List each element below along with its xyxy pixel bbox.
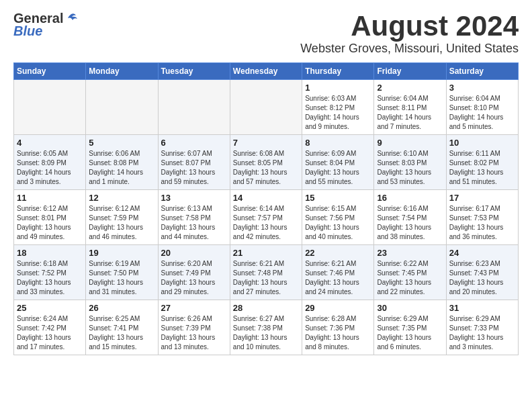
day-info: Sunrise: 6:13 AM Sunset: 7:58 PM Dayligh… — [161, 204, 227, 242]
weekday-header-cell: Saturday — [446, 63, 518, 80]
month-title: August 2024 — [300, 11, 519, 42]
day-number: 28 — [233, 303, 299, 313]
day-info: Sunrise: 6:08 AM Sunset: 8:05 PM Dayligh… — [233, 149, 299, 187]
day-info: Sunrise: 6:22 AM Sunset: 7:45 PM Dayligh… — [377, 259, 443, 297]
calendar-day-cell: 24Sunrise: 6:23 AM Sunset: 7:43 PM Dayli… — [446, 245, 518, 300]
calendar-day-cell: 27Sunrise: 6:26 AM Sunset: 7:39 PM Dayli… — [158, 300, 230, 355]
calendar-day-cell: 20Sunrise: 6:20 AM Sunset: 7:49 PM Dayli… — [158, 245, 230, 300]
day-info: Sunrise: 6:21 AM Sunset: 7:48 PM Dayligh… — [233, 259, 299, 297]
calendar-table: SundayMondayTuesdayWednesdayThursdayFrid… — [13, 62, 519, 355]
calendar-day-cell: 31Sunrise: 6:29 AM Sunset: 7:33 PM Dayli… — [446, 300, 518, 355]
day-info: Sunrise: 6:04 AM Sunset: 8:10 PM Dayligh… — [449, 94, 515, 132]
day-number: 2 — [377, 83, 443, 93]
logo-blue: Blue — [13, 24, 42, 39]
calendar-day-cell: 10Sunrise: 6:11 AM Sunset: 8:02 PM Dayli… — [446, 135, 518, 190]
day-info: Sunrise: 6:19 AM Sunset: 7:50 PM Dayligh… — [89, 259, 154, 297]
day-number: 27 — [161, 303, 227, 313]
calendar-day-cell: 7Sunrise: 6:08 AM Sunset: 8:05 PM Daylig… — [230, 135, 302, 190]
day-number: 21 — [233, 248, 299, 258]
calendar-day-cell: 22Sunrise: 6:21 AM Sunset: 7:46 PM Dayli… — [302, 245, 374, 300]
day-number: 10 — [449, 138, 515, 148]
calendar-day-cell: 1Sunrise: 6:03 AM Sunset: 8:12 PM Daylig… — [302, 80, 374, 135]
calendar-day-cell: 11Sunrise: 6:12 AM Sunset: 8:01 PM Dayli… — [14, 190, 86, 245]
day-info: Sunrise: 6:16 AM Sunset: 7:54 PM Dayligh… — [377, 204, 443, 242]
day-number: 30 — [377, 303, 443, 313]
day-number: 25 — [17, 303, 83, 313]
weekday-header-cell: Wednesday — [230, 63, 302, 80]
calendar-day-cell — [14, 80, 86, 135]
day-info: Sunrise: 6:29 AM Sunset: 7:33 PM Dayligh… — [449, 314, 515, 352]
day-info: Sunrise: 6:11 AM Sunset: 8:02 PM Dayligh… — [449, 149, 515, 187]
day-info: Sunrise: 6:03 AM Sunset: 8:12 PM Dayligh… — [305, 94, 371, 132]
day-info: Sunrise: 6:06 AM Sunset: 8:08 PM Dayligh… — [89, 149, 154, 187]
day-info: Sunrise: 6:28 AM Sunset: 7:36 PM Dayligh… — [305, 314, 371, 352]
day-number: 7 — [233, 138, 299, 148]
day-info: Sunrise: 6:04 AM Sunset: 8:11 PM Dayligh… — [377, 94, 443, 132]
weekday-header-cell: Thursday — [302, 63, 374, 80]
calendar-day-cell: 30Sunrise: 6:29 AM Sunset: 7:35 PM Dayli… — [374, 300, 446, 355]
day-number: 23 — [377, 248, 443, 258]
day-info: Sunrise: 6:09 AM Sunset: 8:04 PM Dayligh… — [305, 149, 371, 187]
calendar-body: 1Sunrise: 6:03 AM Sunset: 8:12 PM Daylig… — [14, 80, 519, 355]
day-number: 6 — [161, 138, 227, 148]
calendar-day-cell — [230, 80, 302, 135]
day-info: Sunrise: 6:27 AM Sunset: 7:38 PM Dayligh… — [233, 314, 299, 352]
day-number: 8 — [305, 138, 371, 148]
day-number: 17 — [449, 193, 515, 203]
day-number: 13 — [161, 193, 227, 203]
calendar-day-cell: 19Sunrise: 6:19 AM Sunset: 7:50 PM Dayli… — [86, 245, 158, 300]
calendar-day-cell: 2Sunrise: 6:04 AM Sunset: 8:11 PM Daylig… — [374, 80, 446, 135]
calendar-day-cell: 8Sunrise: 6:09 AM Sunset: 8:04 PM Daylig… — [302, 135, 374, 190]
calendar-day-cell: 15Sunrise: 6:15 AM Sunset: 7:56 PM Dayli… — [302, 190, 374, 245]
calendar-week-row: 25Sunrise: 6:24 AM Sunset: 7:42 PM Dayli… — [14, 300, 519, 355]
day-info: Sunrise: 6:24 AM Sunset: 7:42 PM Dayligh… — [17, 314, 83, 352]
weekday-header-cell: Monday — [86, 63, 158, 80]
day-number: 22 — [305, 248, 371, 258]
calendar-week-row: 18Sunrise: 6:18 AM Sunset: 7:52 PM Dayli… — [14, 245, 519, 300]
day-number: 19 — [89, 248, 154, 258]
day-number: 24 — [449, 248, 515, 258]
day-number: 9 — [377, 138, 443, 148]
calendar-day-cell: 9Sunrise: 6:10 AM Sunset: 8:03 PM Daylig… — [374, 135, 446, 190]
day-info: Sunrise: 6:12 AM Sunset: 8:01 PM Dayligh… — [17, 204, 83, 242]
calendar-day-cell: 3Sunrise: 6:04 AM Sunset: 8:10 PM Daylig… — [446, 80, 518, 135]
calendar-day-cell: 14Sunrise: 6:14 AM Sunset: 7:57 PM Dayli… — [230, 190, 302, 245]
calendar-day-cell: 12Sunrise: 6:12 AM Sunset: 7:59 PM Dayli… — [86, 190, 158, 245]
calendar-day-cell — [86, 80, 158, 135]
day-info: Sunrise: 6:15 AM Sunset: 7:56 PM Dayligh… — [305, 204, 371, 242]
calendar-week-row: 4Sunrise: 6:05 AM Sunset: 8:09 PM Daylig… — [14, 135, 519, 190]
weekday-header-cell: Tuesday — [158, 63, 230, 80]
day-info: Sunrise: 6:14 AM Sunset: 7:57 PM Dayligh… — [233, 204, 299, 242]
day-info: Sunrise: 6:10 AM Sunset: 8:03 PM Dayligh… — [377, 149, 443, 187]
calendar-day-cell: 28Sunrise: 6:27 AM Sunset: 7:38 PM Dayli… — [230, 300, 302, 355]
calendar-day-cell: 13Sunrise: 6:13 AM Sunset: 7:58 PM Dayli… — [158, 190, 230, 245]
day-number: 5 — [89, 138, 154, 148]
day-info: Sunrise: 6:26 AM Sunset: 7:39 PM Dayligh… — [161, 314, 227, 352]
day-number: 1 — [305, 83, 371, 93]
calendar-week-row: 11Sunrise: 6:12 AM Sunset: 8:01 PM Dayli… — [14, 190, 519, 245]
logo-bird-icon — [64, 11, 79, 26]
day-number: 18 — [17, 248, 83, 258]
calendar-day-cell: 21Sunrise: 6:21 AM Sunset: 7:48 PM Dayli… — [230, 245, 302, 300]
calendar-day-cell: 17Sunrise: 6:17 AM Sunset: 7:53 PM Dayli… — [446, 190, 518, 245]
calendar-day-cell: 26Sunrise: 6:25 AM Sunset: 7:41 PM Dayli… — [86, 300, 158, 355]
day-number: 29 — [305, 303, 371, 313]
day-info: Sunrise: 6:17 AM Sunset: 7:53 PM Dayligh… — [449, 204, 515, 242]
logo: General Blue — [13, 11, 79, 39]
day-number: 12 — [89, 193, 154, 203]
day-info: Sunrise: 6:29 AM Sunset: 7:35 PM Dayligh… — [377, 314, 443, 352]
day-info: Sunrise: 6:05 AM Sunset: 8:09 PM Dayligh… — [17, 149, 83, 187]
day-info: Sunrise: 6:20 AM Sunset: 7:49 PM Dayligh… — [161, 259, 227, 297]
day-number: 16 — [377, 193, 443, 203]
day-number: 4 — [17, 138, 83, 148]
day-number: 26 — [89, 303, 154, 313]
day-number: 11 — [17, 193, 83, 203]
day-info: Sunrise: 6:12 AM Sunset: 7:59 PM Dayligh… — [89, 204, 154, 242]
location-title: Webster Groves, Missouri, United States — [300, 42, 519, 56]
title-section: August 2024 Webster Groves, Missouri, Un… — [300, 11, 519, 56]
weekday-header-row: SundayMondayTuesdayWednesdayThursdayFrid… — [14, 63, 519, 80]
calendar-day-cell: 18Sunrise: 6:18 AM Sunset: 7:52 PM Dayli… — [14, 245, 86, 300]
calendar-day-cell: 5Sunrise: 6:06 AM Sunset: 8:08 PM Daylig… — [86, 135, 158, 190]
day-info: Sunrise: 6:25 AM Sunset: 7:41 PM Dayligh… — [89, 314, 154, 352]
weekday-header-cell: Sunday — [14, 63, 86, 80]
